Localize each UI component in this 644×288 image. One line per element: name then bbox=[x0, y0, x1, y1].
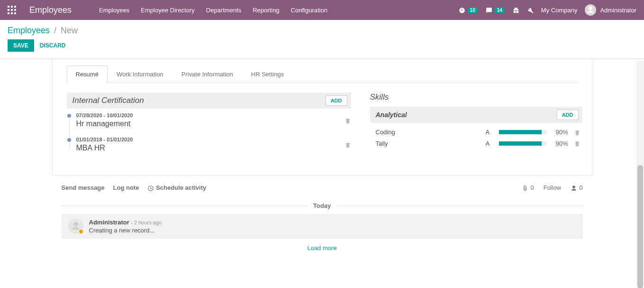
timeline-title: Hr management bbox=[76, 120, 345, 128]
timeline-dot-icon bbox=[67, 114, 71, 118]
tab-hr-settings[interactable]: HR Settings bbox=[242, 65, 293, 83]
tab-resume[interactable]: Resumé bbox=[67, 65, 108, 83]
timeline-item: 07/28/2020 - 10/01/2020 Hr management bbox=[76, 112, 351, 128]
send-message-button[interactable]: Send message bbox=[62, 184, 105, 191]
clock-outline-icon bbox=[147, 184, 154, 191]
message-body: Administrator - 2 hours ago Creating a n… bbox=[89, 219, 576, 234]
log-note-button[interactable]: Log note bbox=[113, 184, 139, 191]
nav-configuration[interactable]: Configuration bbox=[286, 3, 332, 18]
skill-progress bbox=[499, 141, 546, 146]
timeline-item: 01/01/2018 - 01/01/2020 MBA HR bbox=[76, 137, 351, 152]
svg-rect-2 bbox=[14, 6, 16, 8]
scrollbar-thumb[interactable] bbox=[637, 165, 643, 257]
tab-work-information[interactable]: Work Information bbox=[108, 65, 172, 83]
svg-rect-6 bbox=[8, 12, 9, 14]
person-icon bbox=[571, 184, 577, 192]
save-button[interactable]: Save bbox=[8, 39, 34, 52]
nav-departments[interactable]: Departments bbox=[201, 3, 246, 18]
skill-progress-fill bbox=[499, 130, 542, 134]
svg-rect-3 bbox=[8, 9, 9, 11]
skill-group-title: Analytical bbox=[376, 111, 407, 119]
timeline: 07/28/2020 - 10/01/2020 Hr management 01… bbox=[67, 112, 351, 152]
wrench-icon[interactable] bbox=[527, 6, 534, 14]
message-avatar-icon bbox=[68, 219, 83, 234]
skills-title: Skills bbox=[370, 93, 582, 102]
discuss-count: 14 bbox=[494, 7, 505, 13]
breadcrumb-row: Employees / New bbox=[0, 20, 644, 37]
date-separator: Today bbox=[62, 202, 583, 209]
timeline-body[interactable]: 01/01/2018 - 01/01/2020 MBA HR bbox=[76, 137, 345, 152]
breadcrumb: Employees / New bbox=[8, 26, 636, 36]
message: Administrator - 2 hours ago Creating a n… bbox=[62, 214, 583, 239]
svg-rect-0 bbox=[8, 6, 9, 8]
chatter: Send message Log note Schedule activity … bbox=[62, 176, 583, 257]
skill-percent: 90% bbox=[552, 129, 568, 136]
user-name: Administrator bbox=[600, 7, 636, 14]
skill-progress bbox=[499, 130, 546, 134]
delete-icon[interactable] bbox=[574, 129, 581, 136]
timeline-dot-icon bbox=[67, 138, 71, 142]
attachments-count[interactable]: 0 bbox=[522, 184, 534, 192]
svg-rect-4 bbox=[11, 9, 13, 11]
skill-level: A bbox=[486, 140, 493, 147]
gift-icon[interactable] bbox=[513, 6, 519, 14]
paperclip-icon bbox=[522, 184, 528, 192]
svg-rect-8 bbox=[14, 12, 16, 14]
scrollbar[interactable] bbox=[636, 61, 644, 257]
topbar: Employees Employees Employee Directory D… bbox=[0, 0, 644, 20]
apps-icon[interactable] bbox=[8, 6, 16, 14]
module-title[interactable]: Employees bbox=[29, 5, 72, 15]
timeline-dates: 01/01/2018 - 01/01/2020 bbox=[76, 137, 345, 142]
nav-employee-directory[interactable]: Employee Directory bbox=[136, 3, 199, 18]
svg-rect-1 bbox=[11, 6, 13, 8]
tab-private-information[interactable]: Private Information bbox=[172, 65, 242, 83]
delete-icon[interactable] bbox=[574, 140, 581, 148]
message-text: Creating a new record... bbox=[89, 227, 576, 234]
breadcrumb-current: New bbox=[61, 26, 78, 35]
follow-button[interactable]: Follow bbox=[544, 184, 562, 191]
user-menu[interactable]: Administrator bbox=[585, 4, 636, 16]
nav-employees[interactable]: Employees bbox=[94, 3, 134, 18]
skills-column: Skills Analytical ADD Coding A 90% Tally… bbox=[370, 93, 582, 161]
discard-button[interactable]: Discard bbox=[40, 42, 66, 49]
skill-row[interactable]: Coding A 90% bbox=[370, 127, 582, 138]
schedule-activity-button[interactable]: Schedule activity bbox=[147, 184, 206, 192]
breadcrumb-sep: / bbox=[54, 26, 56, 35]
timeline-title: MBA HR bbox=[76, 144, 345, 152]
skill-percent: 90% bbox=[552, 140, 568, 147]
clock-icon bbox=[459, 6, 465, 14]
add-resume-button[interactable]: ADD bbox=[326, 95, 347, 106]
user-avatar-icon bbox=[585, 4, 596, 16]
chatter-actions: Send message Log note Schedule activity … bbox=[62, 176, 583, 197]
nav-reporting[interactable]: Reporting bbox=[248, 3, 284, 18]
skill-row[interactable]: Tally A 90% bbox=[370, 138, 582, 149]
skill-name: Tally bbox=[376, 140, 480, 147]
svg-rect-5 bbox=[14, 9, 16, 11]
activity-count: 10 bbox=[467, 7, 478, 13]
delete-icon[interactable] bbox=[345, 140, 351, 148]
nav-menu: Employees Employee Directory Departments… bbox=[94, 3, 332, 18]
resume-column: Internal Certification ADD 07/28/2020 - … bbox=[67, 93, 351, 161]
skill-level: A bbox=[486, 129, 493, 136]
form-sheet: Resumé Work Information Private Informat… bbox=[52, 59, 592, 176]
actions-row: Save Discard bbox=[0, 37, 644, 59]
delete-icon[interactable] bbox=[345, 116, 351, 124]
activity-indicator[interactable]: 10 bbox=[459, 6, 478, 14]
add-skill-button[interactable]: ADD bbox=[557, 110, 579, 120]
resume-section-title: Internal Certification bbox=[73, 96, 144, 105]
discuss-indicator[interactable]: 14 bbox=[486, 6, 505, 14]
topbar-right: 10 14 My Company Administrator bbox=[459, 4, 636, 16]
company-switcher[interactable]: My Company bbox=[541, 7, 578, 14]
load-more: Load more bbox=[62, 239, 583, 257]
skill-name: Coding bbox=[376, 129, 480, 136]
message-author[interactable]: Administrator bbox=[89, 219, 129, 226]
timeline-body[interactable]: 07/28/2020 - 10/01/2020 Hr management bbox=[76, 112, 345, 128]
message-time: - 2 hours ago bbox=[131, 220, 162, 225]
tabs: Resumé Work Information Private Informat… bbox=[67, 65, 578, 83]
load-more-link[interactable]: Load more bbox=[307, 244, 336, 251]
breadcrumb-root[interactable]: Employees bbox=[8, 26, 50, 35]
skill-group-header: Analytical ADD bbox=[370, 107, 582, 123]
followers-count[interactable]: 0 bbox=[571, 184, 582, 192]
schedule-activity-label: Schedule activity bbox=[156, 184, 206, 191]
skill-progress-fill bbox=[499, 141, 542, 146]
